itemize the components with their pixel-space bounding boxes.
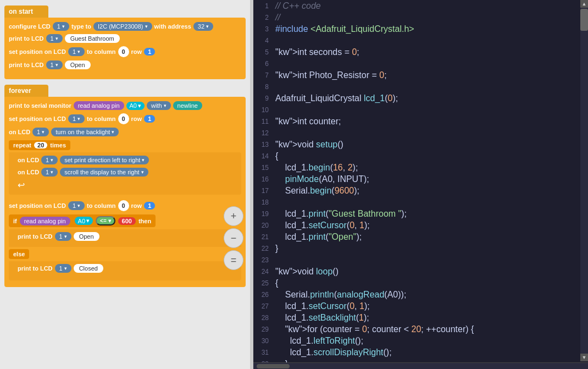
code-area[interactable]: 1// C++ code2//3#include <Adafruit_Liqui… [253, 0, 588, 362]
code-line: 8 [253, 81, 588, 92]
scroll-btn[interactable]: scroll the display to the right▾ [60, 168, 148, 177]
read-analog-btn-1[interactable]: read analog pin [74, 101, 124, 110]
set-direction-btn[interactable]: set print direction left to right▾ [60, 156, 149, 164]
zoom-out-btn[interactable]: − [224, 228, 243, 248]
lcd-num-btn-5[interactable]: 1▾ [68, 114, 85, 123]
scroll-row: on LCD 1▾ scroll the display to the righ… [18, 168, 237, 177]
line-content: Serial.println(analogRead(A0)); [275, 289, 406, 300]
set-position-row-3: set position on LCD 1▾ to column 0 row 1 [9, 200, 241, 211]
line-content: lcd_1.leftToRight(); [275, 335, 363, 346]
line-content: lcd_1.print("Open"); [275, 231, 362, 243]
code-line: 3#include <Adafruit_LiquidCrystal.h> [253, 23, 588, 35]
col-val-3: 0 [118, 200, 129, 211]
to-col-label-2: to column [87, 115, 116, 122]
to-col-label-1: to column [87, 48, 116, 55]
repeat-num: 20 [34, 142, 47, 148]
line-content: "kw">int seconds = 0; [275, 46, 359, 58]
code-line: 30 lcd_1.leftToRight(); [253, 335, 588, 346]
line-content [275, 127, 278, 139]
closed-btn[interactable]: Closed [74, 264, 103, 273]
lcd-num-btn-1[interactable]: 1▾ [53, 22, 69, 31]
line-content: lcd_1.setCursor(0, 1); [275, 219, 370, 231]
print-lcd-label-2: print to LCD [9, 62, 44, 68]
lcd-num-btn-9[interactable]: 1▾ [55, 264, 71, 273]
code-line: 22} [253, 243, 588, 254]
line-content: lcd_1.setBacklight(1); [275, 312, 369, 323]
line-number: 23 [253, 254, 275, 266]
line-number: 18 [253, 196, 275, 208]
open-btn-1[interactable]: Open [65, 60, 91, 69]
address-btn[interactable]: 32▾ [193, 22, 213, 31]
set-position-label-3: set position on LCD [9, 202, 66, 209]
line-content: "kw">int Photo_Resistor = 0; [275, 69, 387, 81]
line-number: 24 [253, 266, 275, 277]
lcd-num-btn-7[interactable]: 1▾ [68, 201, 85, 210]
lcd-num-btn-3[interactable]: 1▾ [68, 47, 85, 56]
i2c-type-btn[interactable]: I2C (MCP23008)▾ [93, 22, 152, 31]
line-content [275, 81, 278, 92]
line-content: { [275, 150, 278, 162]
code-line: 11"kw">int counter; [253, 115, 588, 127]
line-content: { [275, 277, 278, 289]
on-lcd-label-1: on LCD [9, 129, 30, 135]
backlight-btn[interactable]: turn on the backlight▾ [51, 128, 119, 136]
line-number: 4 [253, 35, 275, 46]
lcd-num-btn-8[interactable]: 1▾ [55, 232, 71, 241]
with-address-label: with address [154, 23, 191, 30]
print-lcd-row-3: print to LCD 1▾ Open [18, 232, 237, 241]
lcd-num-btn-4[interactable]: 1▾ [46, 60, 63, 69]
repeat-header: repeat 20 times [9, 140, 70, 150]
code-line: 5"kw">int seconds = 0; [253, 46, 588, 58]
scroll-up-btn[interactable]: ▲ [580, 0, 588, 8]
line-number: 1 [253, 0, 275, 12]
guest-bathroom-btn[interactable]: Guest Bathroom [65, 34, 120, 43]
hscroll-thumb[interactable] [257, 364, 290, 368]
set-position-row-2: set position on LCD 1▾ to column 0 row 1 [9, 113, 241, 124]
line-number: 15 [253, 162, 275, 173]
newline-btn[interactable]: newline [173, 101, 202, 110]
line-content: } [275, 243, 278, 254]
set-position-label-2: set position on LCD [9, 115, 66, 122]
lcd-sub-btn-2[interactable]: 1▾ [41, 168, 58, 177]
lcd-num-btn-2[interactable]: 1▾ [46, 34, 63, 43]
compare-op-btn[interactable]: <= ▾ [96, 216, 115, 225]
code-lines: 1// C++ code2//3#include <Adafruit_Liqui… [253, 0, 588, 362]
horizontal-scrollbar[interactable] [253, 362, 588, 369]
print-lcd-row-4: print to LCD 1▾ Closed [18, 264, 237, 273]
vscrollbar[interactable]: ▲ ▼ [580, 0, 588, 361]
a0-btn-1[interactable]: A0▾ [126, 102, 145, 110]
line-number: 28 [253, 312, 275, 323]
code-line: 24"kw">void loop() [253, 266, 588, 277]
line-number: 2 [253, 12, 275, 23]
print-lcd-label-3: print to LCD [18, 233, 53, 240]
line-content: lcd_1.scrollDisplayRight(); [275, 346, 392, 358]
type-to-label: type to [71, 23, 91, 30]
zoom-reset-btn[interactable]: = [224, 250, 243, 270]
forever-body: print to serial monitor read analog pin … [4, 97, 246, 287]
lcd-num-btn-6[interactable]: 1▾ [32, 128, 49, 136]
zoom-in-btn[interactable]: + [224, 206, 243, 226]
lcd-sub-btn-1[interactable]: 1▾ [41, 156, 58, 164]
line-number: 16 [253, 173, 275, 185]
read-analog-btn-2[interactable]: read analog pin [20, 217, 70, 225]
code-line: 7"kw">int Photo_Resistor = 0; [253, 69, 588, 81]
serial-row: print to serial monitor read analog pin … [9, 101, 241, 110]
scroll-down-btn[interactable]: ▼ [580, 354, 588, 361]
line-number: 6 [253, 58, 275, 69]
open-btn-2[interactable]: Open [74, 232, 99, 241]
code-panel: 1// C++ code2//3#include <Adafruit_Liqui… [253, 0, 588, 369]
line-number: 13 [253, 139, 275, 150]
a0-btn-2[interactable]: A0▾ [75, 217, 93, 225]
line-number: 3 [253, 23, 275, 35]
row-label-2: row [131, 115, 142, 122]
code-line: 26 Serial.println(analogRead(A0)); [253, 289, 588, 300]
line-number: 5 [253, 46, 275, 58]
line-content: // C++ code [275, 0, 321, 12]
code-line: 14{ [253, 150, 588, 162]
row-val-2: 1 [144, 115, 155, 123]
scroll-thumb[interactable] [580, 9, 588, 31]
line-number: 11 [253, 115, 275, 127]
blocks-panel[interactable]: on start configure LCD 1▾ type to I2C (M… [0, 0, 250, 369]
with-btn[interactable]: with▾ [147, 101, 171, 110]
print-lcd-row-1: print to LCD 1▾ Guest Bathroom [9, 34, 241, 43]
